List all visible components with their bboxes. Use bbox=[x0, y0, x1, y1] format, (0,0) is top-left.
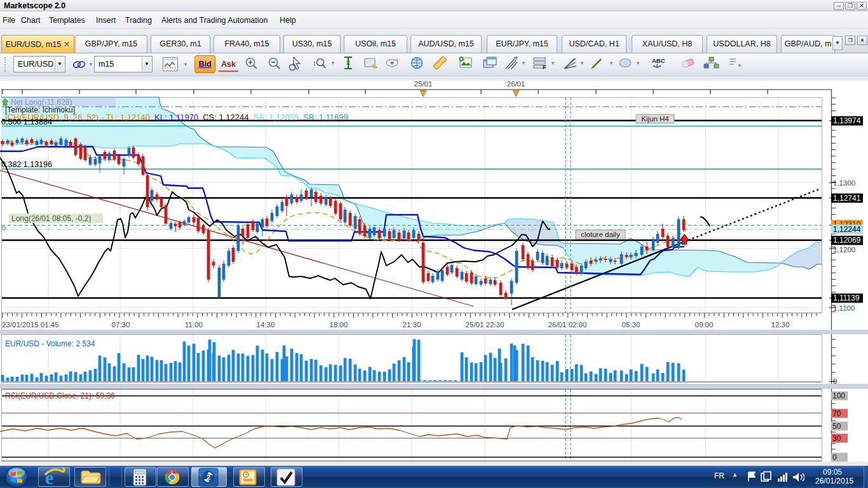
svg-text:21:30: 21:30 bbox=[403, 321, 421, 329]
svg-text:ICH(EUR/USD, 9, 26, 52) - TL:: ICH(EUR/USD, 9, 26, 52) - TL: 1,12140KL:… bbox=[5, 112, 348, 122]
svg-text:▼: ▼ bbox=[609, 60, 614, 66]
svg-text:▼: ▼ bbox=[521, 60, 526, 66]
svg-text:26/01 02:00: 26/01 02:00 bbox=[548, 321, 587, 329]
svg-text:70: 70 bbox=[832, 409, 841, 418]
svg-text:↕: ↕ bbox=[313, 59, 316, 67]
svg-text:26/01: 26/01 bbox=[507, 80, 526, 88]
svg-text:1,13974: 1,13974 bbox=[833, 116, 861, 125]
svg-text:F: F bbox=[543, 64, 546, 71]
svg-text:1,12741: 1,12741 bbox=[833, 194, 861, 203]
svg-text:▼: ▼ bbox=[737, 63, 742, 69]
svg-text:05:30: 05:30 bbox=[622, 321, 641, 329]
svg-text:1,12069: 1,12069 bbox=[833, 236, 861, 245]
svg-text:1,12244: 1,12244 bbox=[833, 225, 861, 234]
svg-text:30: 30 bbox=[832, 434, 841, 443]
svg-text:ABC: ABC bbox=[652, 57, 665, 64]
svg-text:25/01 22:30: 25/01 22:30 bbox=[466, 321, 505, 329]
svg-text:▼: ▼ bbox=[635, 60, 641, 66]
svg-text:0,382 1,13196: 0,382 1,13196 bbox=[1, 160, 52, 169]
svg-text:Long(26/01 08:05, -0,2): Long(26/01 08:05, -0,2) bbox=[11, 214, 91, 223]
svg-text:14:30: 14:30 bbox=[257, 321, 275, 329]
svg-text:cloture daily: cloture daily bbox=[581, 231, 620, 238]
svg-text:18:00: 18:00 bbox=[330, 321, 348, 329]
svg-text:▼: ▼ bbox=[550, 60, 555, 66]
svg-text:25/01: 25/01 bbox=[414, 80, 433, 88]
svg-text:09:00: 09:00 bbox=[695, 321, 714, 329]
svg-text:0,500 1,13884: 0,500 1,13884 bbox=[1, 118, 52, 126]
svg-text:1,11139: 1,11139 bbox=[833, 294, 860, 302]
svg-text:Kijun H4: Kijun H4 bbox=[641, 115, 669, 123]
svg-text:▼: ▼ bbox=[330, 60, 336, 66]
svg-text:1,1200: 1,1200 bbox=[833, 246, 855, 254]
svg-text:50: 50 bbox=[832, 422, 841, 431]
svg-text:RSI(EUR/USD.Close, 21): 59,36: RSI(EUR/USD.Close, 21): 59,36 bbox=[5, 391, 115, 400]
svg-text:EUR/USD - Volume: 2 534: EUR/USD - Volume: 2 534 bbox=[5, 339, 95, 348]
svg-text:▼: ▼ bbox=[580, 60, 585, 66]
svg-text:2: 2 bbox=[207, 473, 210, 481]
svg-text:11:00: 11:00 bbox=[185, 321, 203, 329]
svg-text:1,1300: 1,1300 bbox=[833, 179, 855, 187]
svg-text:0: 0 bbox=[833, 377, 837, 385]
svg-text:0: 0 bbox=[832, 453, 837, 462]
svg-text:12:30: 12:30 bbox=[771, 321, 790, 329]
svg-text:07:30: 07:30 bbox=[112, 321, 130, 329]
svg-text:23/01/2015 01:45: 23/01/2015 01:45 bbox=[2, 321, 59, 329]
svg-text:100: 100 bbox=[832, 391, 845, 400]
svg-text:1,1100: 1,1100 bbox=[833, 304, 855, 312]
